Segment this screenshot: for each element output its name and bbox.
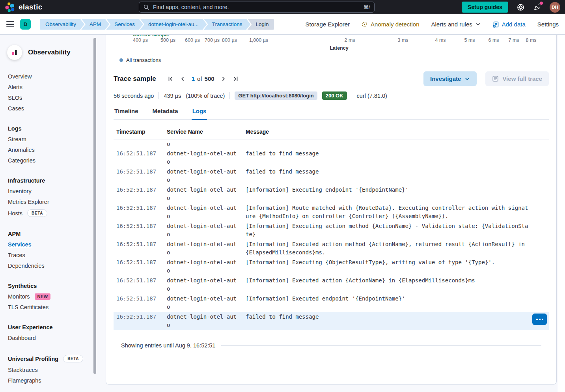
log-service-name: dotnet-login-otel-auto	[167, 258, 238, 275]
search-input[interactable]	[153, 4, 360, 10]
sidebar-item-hosts[interactable]: HostsBETA	[6, 208, 92, 218]
log-service-name: dotnet-login-otel-auto	[167, 204, 238, 220]
alerts-and-rules-label: Alerts and rules	[431, 21, 472, 28]
next-page-icon[interactable]	[220, 76, 227, 82]
axis-tick: 2 ms	[344, 37, 355, 43]
axis-tick: 400 µs	[133, 37, 148, 43]
breadcrumb-item[interactable]: dotnet-login-otel-au...	[140, 19, 207, 30]
request-badge[interactable]: GET http://localhost:8080/login	[235, 91, 317, 100]
sidebar-item-dependencies[interactable]: Dependencies	[6, 261, 92, 271]
sidebar-item-inventory[interactable]: Inventory	[6, 187, 92, 196]
breadcrumb-item[interactable]: Transactions	[204, 19, 251, 30]
log-row[interactable]: 16:52:51.187dotnet-login-otel-auto[Infor…	[114, 185, 549, 203]
sidebar-item-stacktraces[interactable]: Stacktraces	[6, 365, 92, 375]
sidebar-scrollbar[interactable]	[93, 38, 96, 374]
tab-metadata[interactable]: Metadata	[152, 106, 179, 119]
breadcrumb-bar: D ObservabilityAPMServicesdotnet-login-o…	[0, 14, 565, 35]
sidebar-item-monitors[interactable]: MonitorsNEW	[6, 292, 92, 301]
sidebar-item-label: Alerts	[8, 84, 22, 90]
row-actions-button[interactable]	[532, 314, 547, 325]
view-full-trace-button[interactable]: View full trace	[485, 71, 549, 86]
detail-tabs: Timeline Metadata Logs	[114, 106, 549, 120]
log-row[interactable]: 16:52:51.187dotnet-login-otel-auto[Infor…	[114, 258, 549, 276]
space-badge[interactable]: D	[20, 19, 31, 30]
help-icon[interactable]	[516, 2, 525, 12]
chart-legend[interactable]: All transactions	[119, 57, 161, 63]
sidebar-nav: OverviewAlertsSLOsCasesLogsStreamAnomali…	[6, 72, 92, 385]
log-row[interactable]: 16:52:51.187dotnet-login-otel-auto[Infor…	[114, 203, 549, 221]
log-timestamp-cell: 16:52:51.187	[114, 149, 167, 166]
tab-timeline[interactable]: Timeline	[114, 106, 139, 119]
elastic-logo[interactable]: elastic	[5, 2, 43, 12]
sidebar-item-tls-certificates[interactable]: TLS Certificates	[6, 302, 92, 312]
settings-label: Settings	[537, 21, 559, 28]
sidebar-item-slos[interactable]: SLOs	[6, 93, 92, 103]
beta-badge: BETA	[63, 355, 83, 362]
settings-link[interactable]: Settings	[537, 21, 559, 28]
sidebar-item-services[interactable]: Services	[6, 240, 92, 249]
sidebar-item-label: Categories	[8, 157, 35, 164]
log-row[interactable]: 16:52:51.187dotnet-login-otel-autofailed…	[114, 149, 549, 167]
breadcrumb-item[interactable]: APM	[81, 19, 109, 30]
log-message: [Information] Executing {ObjectResultTyp…	[246, 258, 495, 267]
global-search[interactable]: ⌘/	[139, 2, 375, 13]
log-row[interactable]: 16:52:51.187dotnet-login-otel-autofailed…	[114, 312, 549, 330]
log-row[interactable]: 16:52:51.187dotnet-login-otel-auto[Infor…	[114, 294, 549, 312]
page-scrollbar[interactable]	[558, 35, 565, 392]
sidebar-item-stream[interactable]: Stream	[6, 134, 92, 144]
breadcrumb-item[interactable]: Services	[106, 19, 143, 30]
alerts-and-rules-menu[interactable]: Alerts and rules	[431, 21, 481, 28]
news-feed-icon[interactable]	[533, 2, 542, 12]
investigate-button[interactable]: Investigate	[423, 71, 477, 86]
log-timestamp: 16:52:51.187	[116, 295, 156, 302]
bar-chart-icon	[11, 49, 19, 56]
log-row[interactable]: o	[114, 140, 549, 149]
log-message: [Information] Executed endpoint '{Endpoi…	[246, 295, 405, 303]
sidebar-item-label: SLOs	[8, 95, 22, 101]
sidebar-section-header: User Experience	[6, 323, 92, 332]
sidebar-item-label: Stacktraces	[8, 367, 38, 373]
sidebar-item-metrics-explorer[interactable]: Metrics Explorer	[6, 197, 92, 207]
log-row[interactable]: 16:52:51.187dotnet-login-otel-autofailed…	[114, 167, 549, 185]
breadcrumb-label: dotnet-login-otel-au...	[148, 21, 199, 27]
view-trace-icon	[492, 75, 499, 82]
log-row[interactable]: 16:52:51.187dotnet-login-otel-auto[Infor…	[114, 239, 549, 258]
user-avatar[interactable]: DH	[550, 2, 560, 13]
sidebar-item-label: Anomalies	[8, 147, 35, 153]
log-row[interactable]: 16:52:51.187dotnet-login-otel-auto[Infor…	[114, 221, 549, 239]
breadcrumb-item[interactable]: Observability	[40, 19, 84, 30]
log-message-cell: [Information] Executing {ObjectResultTyp…	[246, 258, 549, 275]
page-indicator: 1 of 500	[192, 75, 214, 82]
axis-tick: 8 ms	[526, 37, 536, 43]
sidebar-group: APMServicesTracesDependencies	[6, 229, 92, 271]
menu-icon[interactable]	[6, 21, 14, 28]
setup-guides-button[interactable]: Setup guides	[462, 2, 508, 13]
sidebar-item-overview[interactable]: Overview	[6, 72, 92, 81]
log-service-name: dotnet-login-otel-auto	[167, 240, 238, 257]
sidebar-item-alerts[interactable]: Alerts	[6, 82, 92, 92]
tab-logs[interactable]: Logs	[192, 106, 207, 120]
log-service-cell: dotnet-login-otel-auto	[167, 313, 246, 329]
log-timestamp: 16:52:51.187	[116, 150, 156, 157]
main-area: Current sample 400 µs500 µs600 µs700 µs8…	[98, 35, 565, 392]
first-page-icon[interactable]	[167, 76, 173, 82]
log-service-cell: dotnet-login-otel-auto	[167, 295, 246, 311]
storage-explorer-label: Storage Explorer	[306, 21, 350, 28]
sidebar-item-label: Monitors	[8, 293, 30, 300]
sidebar-item-cases[interactable]: Cases	[6, 104, 92, 113]
sidebar-item-anomalies[interactable]: Anomalies	[6, 145, 92, 155]
search-icon	[144, 4, 149, 10]
add-data-link[interactable]: Add data	[492, 21, 526, 28]
anomaly-detection-link[interactable]: Anomaly detection	[362, 21, 419, 28]
log-message: [Information] Executed action method {Ac…	[246, 240, 530, 257]
last-page-icon[interactable]	[233, 76, 239, 82]
previous-page-icon[interactable]	[179, 76, 186, 82]
log-row[interactable]: 16:52:51.187dotnet-login-otel-auto[Infor…	[114, 276, 549, 294]
sidebar-item-categories[interactable]: Categories	[6, 156, 92, 165]
sidebar-item-dashboard[interactable]: Dashboard	[6, 333, 92, 343]
breadcrumb-item[interactable]: Login	[247, 19, 274, 30]
log-service-name: dotnet-login-otel-auto	[167, 149, 238, 166]
storage-explorer-link[interactable]: Storage Explorer	[306, 21, 350, 28]
sidebar-item-traces[interactable]: Traces	[6, 250, 92, 260]
sidebar-item-flamegraphs[interactable]: Flamegraphs	[6, 376, 92, 385]
